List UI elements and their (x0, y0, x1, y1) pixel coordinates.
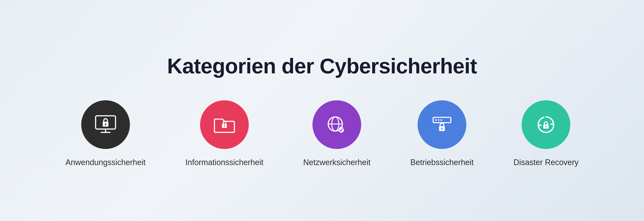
icon-circle-informationssicherheit (200, 100, 249, 149)
category-label-betriebssicherheit: Betriebssicherheit (410, 158, 474, 167)
category-item-disaster-recovery: Disaster Recovery (514, 100, 578, 167)
icon-circle-disaster-recovery (522, 100, 570, 149)
category-item-betriebssicherheit: Betriebssicherheit (410, 100, 474, 167)
refresh-lock-icon (534, 112, 558, 137)
categories-row: Anwendungssicherheit Informationssicherh… (66, 100, 579, 167)
icon-circle-netzwerksicherheit (312, 100, 361, 149)
monitor-lock-icon (94, 112, 118, 137)
svg-point-14 (438, 119, 440, 121)
icon-circle-betriebssicherheit (418, 100, 466, 149)
category-item-netzwerksicherheit: Netzwerksicherheit (303, 100, 370, 167)
category-item-informationssicherheit: Informationssicherheit (186, 100, 263, 167)
category-item-anwendungssicherheit: Anwendungssicherheit (66, 100, 146, 167)
svg-point-13 (435, 119, 437, 121)
folder-lock-icon (212, 112, 236, 137)
category-label-disaster-recovery: Disaster Recovery (514, 158, 578, 167)
category-label-netzwerksicherheit: Netzwerksicherheit (303, 158, 370, 167)
globe-shield-icon (325, 112, 349, 137)
category-label-anwendungssicherheit: Anwendungssicherheit (66, 158, 146, 167)
server-lock-icon (430, 112, 454, 137)
page-title: Kategorien der Cybersicherheit (167, 54, 477, 78)
category-label-informationssicherheit: Informationssicherheit (186, 158, 263, 167)
icon-circle-anwendungssicherheit (81, 100, 130, 149)
svg-point-15 (440, 119, 442, 121)
